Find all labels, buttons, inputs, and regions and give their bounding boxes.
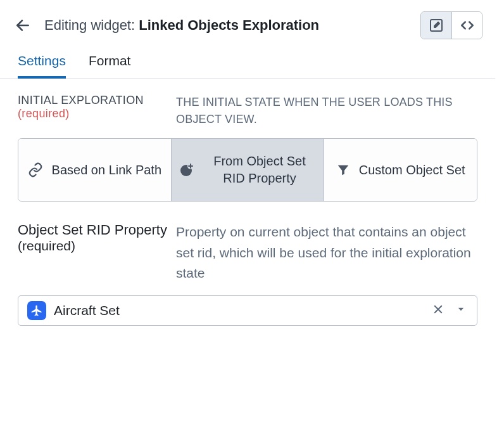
tabs: Settings Format	[0, 47, 495, 79]
rid-property-label: Object Set RID Property	[18, 222, 167, 238]
required-marker: (required)	[18, 107, 70, 120]
page-title: Editing widget: Linked Objects Explorati…	[44, 17, 409, 34]
initial-exploration-label: INITIAL EXPLORATION	[18, 94, 144, 106]
code-icon	[459, 17, 476, 34]
link-icon	[28, 162, 43, 177]
funnel-icon	[336, 163, 350, 177]
initial-exploration-desc: THE INITIAL STATE WHEN THE USER LOADS TH…	[176, 94, 477, 128]
close-icon	[432, 304, 444, 315]
rid-property-select[interactable]: Aircraft Set	[18, 295, 477, 326]
plane-icon	[27, 301, 46, 320]
pencil-square-icon	[429, 18, 444, 33]
widget-name: Linked Objects Exploration	[139, 17, 319, 33]
selected-property-name: Aircraft Set	[54, 303, 422, 318]
title-prefix: Editing widget:	[44, 17, 135, 33]
initial-exploration-header: INITIAL EXPLORATION (required) THE INITI…	[18, 94, 477, 128]
tab-format[interactable]: Format	[89, 53, 131, 78]
rid-property-desc: Property on current object that contains…	[176, 222, 477, 284]
initial-exploration-segmented: Based on Link Path From Object Set RID P…	[18, 138, 477, 202]
option-label: From Object Set RID Property	[203, 153, 317, 187]
option-label: Based on Link Path	[52, 162, 161, 179]
edit-mode-button[interactable]	[421, 12, 451, 39]
option-custom-object-set[interactable]: Custom Object Set	[324, 139, 477, 201]
add-circle-icon	[179, 162, 194, 177]
tab-settings[interactable]: Settings	[18, 53, 66, 79]
back-button[interactable]	[13, 15, 33, 35]
view-mode-toggle	[420, 11, 482, 39]
clear-selection-button[interactable]	[430, 301, 446, 320]
option-from-object-set-rid-property[interactable]: From Object Set RID Property	[171, 139, 324, 201]
code-mode-button[interactable]	[451, 12, 482, 39]
rid-property-header: Object Set RID Property (required) Prope…	[18, 222, 477, 284]
option-label: Custom Object Set	[359, 162, 465, 179]
arrow-left-icon	[15, 17, 31, 34]
option-based-on-link-path[interactable]: Based on Link Path	[18, 139, 171, 201]
required-marker: (required)	[18, 238, 75, 253]
dropdown-toggle[interactable]	[454, 302, 468, 319]
caret-down-icon	[457, 305, 465, 314]
